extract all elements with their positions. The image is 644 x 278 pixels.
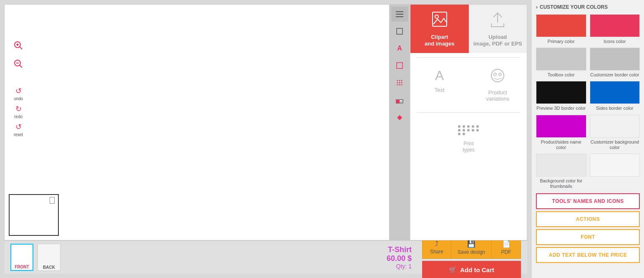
sides-border-color-swatch[interactable] (590, 81, 640, 104)
extra-color-swatch[interactable] (590, 154, 640, 177)
dot (467, 129, 470, 131)
text-tool-btn[interactable]: A (391, 41, 408, 56)
product-sides-name-color-swatch[interactable] (536, 115, 586, 138)
product-price: 60.00 $ (387, 254, 412, 263)
zoom-out-button[interactable] (11, 56, 26, 71)
chevron-icon: › (536, 4, 538, 10)
share-label: Share (430, 249, 443, 255)
text-tab-label: Text (435, 87, 445, 93)
product-sides-name-color-label: Product/sides name color (536, 139, 586, 150)
actions-button[interactable]: ACTIONS (536, 211, 640, 227)
add-to-cart-button[interactable]: 🛒 Add to Cart (422, 261, 521, 278)
extra-color-item (590, 154, 640, 189)
clipart-tab-icon (431, 11, 448, 30)
svg-line-6 (20, 65, 22, 68)
bottom-bar: FRONT BACK T-Shirt 60.00 $ Qty: 1 ⤴ Shar… (4, 240, 527, 274)
upload-tab-btn[interactable]: Uploadimage, PDF or EPS (469, 5, 527, 53)
preview-3d-border-color-label: Preview 3D border color (536, 106, 586, 111)
redo-icon: ↻ (15, 104, 22, 114)
toolbox-color-label: Toolbox color (536, 72, 586, 78)
clipart-tab-btn[interactable]: Clipartand images (410, 5, 469, 53)
menu-tool-btn[interactable] (391, 7, 408, 22)
dot (458, 133, 460, 135)
tools-names-icons-label: TOOLS' NAMES AND ICONS (552, 198, 624, 204)
text-tab-btn[interactable]: A Text (410, 64, 469, 106)
dots-pattern (456, 123, 482, 137)
right-panel-title: › CUSTOMIZE YOUR COLORS (536, 4, 640, 10)
frame-tool-btn[interactable] (391, 58, 408, 73)
toolbox-color-swatch[interactable] (536, 48, 586, 71)
bg-thumbnails-color-item: Background color for thumbnails (536, 154, 586, 189)
svg-line-3 (20, 47, 22, 49)
pdf-icon: 📄 (502, 240, 511, 248)
print-section: Printtypes (410, 117, 527, 159)
diamond-tool-btn[interactable]: ◆ (391, 109, 408, 124)
front-label: FRONT (15, 265, 29, 270)
canvas-preview (9, 194, 59, 236)
primary-color-item: Primary color (536, 14, 586, 44)
price-section: T-Shirt 60.00 $ Qty: 1 (387, 245, 412, 270)
main-area: ↺ undo ↻ redo ↺ reset (0, 0, 531, 278)
canvas-small-rect (50, 197, 55, 204)
svg-point-14 (401, 80, 402, 81)
product-sides-name-color-item: Product/sides name color (536, 115, 586, 150)
svg-point-17 (401, 82, 402, 83)
primary-color-swatch[interactable] (536, 14, 586, 37)
add-text-below-button[interactable]: ADD TEXT BELOW THE PRICE (536, 247, 640, 263)
customizer-border-color-label: Customizer border color (590, 72, 640, 78)
reset-icon: ↺ (15, 122, 22, 131)
back-label: BACK (43, 265, 55, 270)
svg-rect-10 (397, 28, 402, 34)
product-variations-tab-btn[interactable]: Productvariations (469, 64, 527, 106)
clipart-panel: Clipartand images Uploadimage, PDF or EP… (410, 5, 527, 240)
customizer-border-color-item: Customizer border color (590, 48, 640, 78)
primary-color-label: Primary color (536, 39, 586, 44)
dot (458, 129, 460, 131)
dot (463, 133, 465, 135)
dot (463, 129, 465, 131)
dot (463, 125, 465, 128)
rect-tool-btn[interactable] (391, 24, 408, 39)
thumb-front[interactable]: FRONT (10, 244, 33, 271)
font-button[interactable]: FONT (536, 229, 640, 245)
bg-thumbnails-color-swatch[interactable] (536, 154, 586, 177)
save-design-label: Save design (458, 249, 485, 255)
svg-point-20 (401, 84, 402, 86)
svg-point-26 (491, 69, 504, 82)
product-variations-icon (490, 68, 505, 86)
svg-point-19 (399, 84, 400, 86)
svg-rect-8 (396, 14, 403, 15)
dot (458, 125, 460, 128)
canvas-container: ↺ undo ↻ redo ↺ reset (4, 4, 527, 240)
svg-point-18 (397, 84, 398, 86)
product-variations-label: Productvariations (486, 89, 509, 102)
redo-button[interactable]: ↻ redo (11, 104, 26, 119)
reset-button[interactable]: ↺ reset (11, 122, 26, 137)
svg-point-25 (435, 15, 438, 18)
thumb-back[interactable]: BACK (38, 244, 60, 271)
grid-tool-btn[interactable] (391, 75, 408, 90)
undo-button[interactable]: ↺ undo (11, 86, 26, 101)
divider-1 (417, 57, 521, 58)
share-icon: ⤴ (435, 240, 438, 248)
text-section: A Text Productvariations (410, 62, 527, 108)
zoom-in-button[interactable] (11, 38, 26, 53)
cart-icon: 🛒 (449, 266, 457, 273)
customizer-border-color-swatch[interactable] (590, 48, 640, 71)
text-tab-icon: A (435, 68, 444, 83)
preview-3d-border-color-swatch[interactable] (536, 81, 586, 104)
icons-color-label: Icons color (590, 39, 640, 44)
svg-point-15 (397, 82, 398, 83)
font-label: FONT (581, 234, 595, 240)
icons-color-item: Icons color (590, 14, 640, 44)
tools-names-icons-button[interactable]: TOOLS' NAMES AND ICONS (536, 193, 640, 209)
icons-color-swatch[interactable] (590, 14, 640, 37)
canvas-preview-inner (10, 195, 58, 235)
customizer-bg-color-swatch[interactable] (590, 115, 640, 138)
upload-tool-btn[interactable] (391, 92, 408, 107)
right-tools-panel: A (389, 5, 410, 240)
canvas-workspace (5, 5, 389, 240)
svg-point-16 (399, 82, 400, 83)
color-grid: Primary color Icons color Toolbox color … (536, 14, 640, 189)
print-types-tab-btn[interactable]: Printtypes (440, 119, 497, 157)
